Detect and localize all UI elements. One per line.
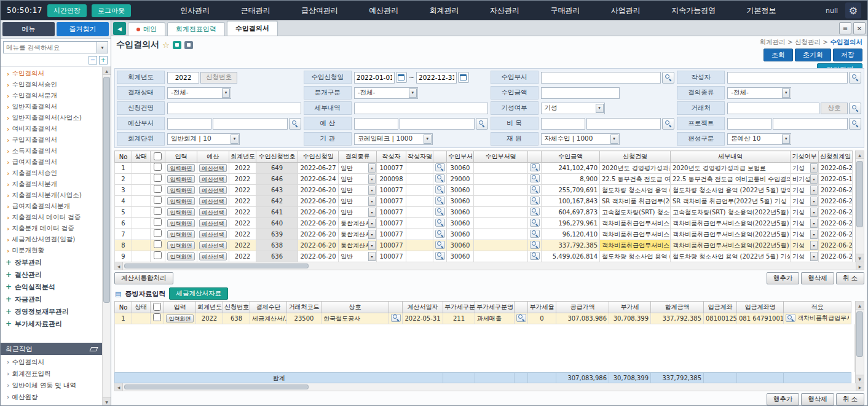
checkbox-cell[interactable]	[151, 240, 165, 251]
sidebar-item[interactable]: ›급여지출결의서분개	[1, 201, 102, 212]
input-screen-button[interactable]: 입력화면	[167, 230, 195, 238]
grid-row[interactable]: 7입력화면예산선택20226392022-06-20통합계산서▾10007730…	[115, 229, 853, 240]
row-checkbox[interactable]	[154, 185, 162, 193]
column-header[interactable]: 공급가액	[556, 302, 609, 313]
scroll-right-icon[interactable]: ▶	[856, 262, 864, 270]
select-all-checkbox[interactable]	[153, 303, 161, 311]
gisung-select[interactable]: 비기성▾	[791, 174, 819, 185]
checkbox-cell[interactable]	[151, 174, 165, 185]
reset-button[interactable]: 초기화	[795, 49, 831, 61]
sidebar-item[interactable]: ›지출결의서승인	[1, 168, 102, 179]
input-screen-button[interactable]: 입력화면	[165, 218, 197, 229]
budget-select-button[interactable]: 예산선택	[197, 229, 229, 240]
budget-dept-code-input[interactable]	[167, 118, 211, 130]
info-icon[interactable]	[184, 41, 193, 49]
search-button[interactable]	[435, 252, 445, 260]
detail-input[interactable]	[354, 103, 488, 114]
search-button[interactable]	[391, 314, 401, 322]
delete-row-button[interactable]: 행삭제	[801, 393, 834, 405]
gisung-select[interactable]: 기성▾	[791, 207, 819, 218]
tax-invoice-button[interactable]: 세금계산서자료	[169, 287, 228, 300]
search-button[interactable]: 조회	[763, 49, 793, 61]
top-menu-item[interactable]: 기본정보	[742, 4, 781, 17]
clear-recent-icon[interactable]	[89, 347, 98, 351]
dept-search-cell[interactable]	[528, 207, 542, 218]
sidebar-group[interactable]: +부가세자료관리	[1, 318, 102, 330]
dept-search-cell[interactable]	[528, 240, 542, 251]
writer-search-cell[interactable]	[433, 240, 447, 251]
logout-button[interactable]: 로그아웃	[92, 4, 131, 17]
input-screen-button[interactable]: 입력화면	[167, 208, 195, 216]
add-row-button[interactable]: 행추가	[767, 393, 800, 405]
budget-select-button[interactable]: 예산선택	[199, 186, 227, 194]
budget-select-button[interactable]: 예산선택	[197, 163, 229, 174]
sidebar-item[interactable]: ›급여지출결의서	[1, 157, 102, 168]
search-button[interactable]	[435, 230, 445, 238]
add-row-button[interactable]: 행추가	[767, 272, 800, 284]
search-button[interactable]	[435, 219, 445, 227]
search-button[interactable]	[435, 163, 445, 171]
column-header[interactable]: 합계금액	[651, 302, 704, 313]
sidebar-item[interactable]: ›미분개현황	[1, 245, 102, 256]
search-button[interactable]	[849, 72, 861, 84]
row-checkbox[interactable]	[154, 207, 162, 215]
gisung-select[interactable]: 기성▾	[791, 185, 819, 196]
sidebar-item[interactable]: ›수입결의서	[1, 68, 102, 79]
column-header[interactable]: 부가세구분명	[475, 302, 515, 313]
row-checkbox[interactable]	[154, 174, 162, 182]
checkbox-cell[interactable]	[151, 207, 165, 218]
budget-select-button[interactable]: 예산선택	[197, 240, 229, 251]
scroll-down-icon[interactable]: ▼	[103, 397, 111, 405]
search-button[interactable]	[786, 314, 795, 322]
search-button[interactable]	[530, 208, 540, 216]
scroll-thumb[interactable]	[124, 385, 309, 389]
grid-row[interactable]: 5입력화면예산선택20226412022-06-20일반▾10007730060…	[115, 207, 853, 218]
decision-type-select[interactable]: 일반▾	[339, 163, 377, 174]
budget-dept-name-input[interactable]	[213, 118, 288, 130]
select-all-checkbox[interactable]	[154, 152, 162, 160]
column-header[interactable]: 입금계좌명	[737, 302, 784, 313]
decision-type-select[interactable]: 일반▾	[339, 185, 377, 196]
tab-scroll-left-icon[interactable]: ◀	[113, 22, 126, 35]
row-checkbox[interactable]	[154, 196, 162, 204]
column-header[interactable]: 수입금액	[542, 151, 600, 163]
grid-row[interactable]: 9입력화면예산선택20226362022-06-20일반▾10007730060…	[115, 251, 853, 262]
sidebar-scrollbar[interactable]: ▲ ▼	[102, 67, 111, 405]
scroll-track[interactable]	[856, 159, 864, 254]
organization-select[interactable]: 코레일테크 | 1000▾	[354, 133, 433, 145]
gisung-select[interactable]: 기성▾	[541, 103, 605, 114]
tab-income-resolution[interactable]: 수입결의서	[227, 21, 278, 36]
dept-search-cell[interactable]	[528, 229, 542, 240]
sidebar-item[interactable]: ›소득지출결의서	[1, 146, 102, 157]
input-screen-button[interactable]: 입력화면	[167, 197, 195, 205]
dept-search-cell[interactable]	[528, 196, 542, 207]
column-header[interactable]: 수입신청일	[298, 151, 339, 163]
budget-select-button[interactable]: 예산선택	[197, 218, 229, 229]
budget-select-button[interactable]: 예산선택	[199, 230, 227, 238]
grid1-vertical-scrollbar[interactable]: ▲ ▼	[856, 150, 864, 262]
input-screen-button[interactable]: 입력화면	[165, 163, 197, 174]
capture-icon[interactable]	[173, 41, 181, 49]
vat-search-cell[interactable]	[515, 313, 528, 324]
column-header[interactable]: 신청건명	[600, 151, 671, 163]
grid1-horizontal-scrollbar[interactable]: ◀ ▶	[114, 262, 864, 270]
sidebar-item[interactable]: ›세금계산서연결(일괄)	[1, 234, 102, 245]
gisung-select[interactable]: 기성▾	[791, 251, 819, 262]
budget-select-button[interactable]: 예산선택	[197, 207, 229, 218]
decision-type-select[interactable]: 일반▾	[339, 207, 377, 218]
sidebar-item[interactable]: ›수입결의서분개	[1, 90, 102, 101]
input-screen-button[interactable]: 입력화면	[165, 196, 197, 207]
tab-main[interactable]: 메인	[128, 22, 165, 36]
request-title-input[interactable]	[167, 103, 301, 114]
column-header[interactable]: 부가세구분	[443, 302, 475, 313]
writer-search-cell[interactable]	[433, 174, 447, 185]
sidebar-item[interactable]: ›여비지출결의서	[1, 123, 102, 135]
sidebar-item[interactable]: ›일반지출결의서(사업소)	[1, 112, 102, 123]
vendor-search-type-input[interactable]	[821, 103, 848, 114]
sidebar-group[interactable]: +자금관리	[1, 293, 102, 305]
column-header[interactable]: 회계년도	[196, 302, 223, 313]
scroll-track[interactable]	[856, 310, 864, 375]
decision-type-select[interactable]: 통합계산서▾	[339, 229, 377, 240]
checkbox-cell[interactable]	[151, 196, 165, 207]
date-from-input[interactable]	[354, 72, 395, 84]
